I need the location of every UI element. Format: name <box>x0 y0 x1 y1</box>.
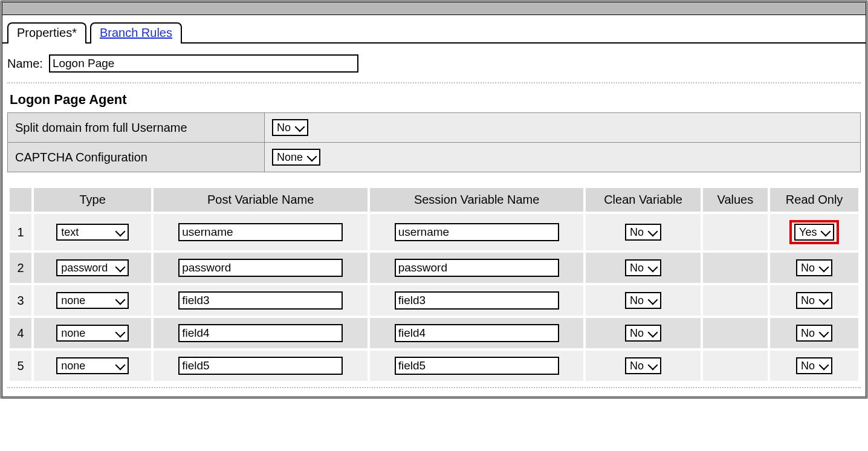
readonly-cell: No <box>770 351 858 381</box>
session-var-input[interactable] <box>395 324 559 342</box>
clean-var-select[interactable]: No <box>625 259 661 276</box>
dialog-titlebar <box>2 2 866 15</box>
table-row: 1textNoYes <box>10 214 858 250</box>
post-var-cell <box>154 214 368 250</box>
type-cell: password <box>34 253 151 283</box>
tab-branch-rules[interactable]: Branch Rules <box>90 22 182 44</box>
row-number: 4 <box>10 318 31 348</box>
col-header-values: Values <box>703 188 768 212</box>
post-var-input[interactable] <box>178 259 343 277</box>
table-row: 2passwordNoNo <box>10 253 858 283</box>
readonly-cell: No <box>770 285 858 316</box>
tab-properties-label: Properties* <box>17 26 77 39</box>
clean-var-select[interactable]: No <box>625 357 661 374</box>
col-header-session: Session Variable Name <box>370 188 584 212</box>
col-header-type: Type <box>34 188 151 212</box>
col-header-blank <box>10 188 31 212</box>
row-number: 2 <box>10 253 31 283</box>
type-select[interactable]: none <box>56 292 129 309</box>
values-cell <box>703 318 768 348</box>
captcha-label: CAPTCHA Configuration <box>8 143 265 172</box>
table-row: 5noneNoNo <box>10 351 858 381</box>
clean-var-cell: No <box>586 214 700 250</box>
row-number: 3 <box>10 285 31 316</box>
tab-row: Properties* Branch Rules <box>2 15 866 44</box>
type-cell: text <box>34 214 151 250</box>
clean-var-cell: No <box>586 351 700 381</box>
clean-var-select[interactable]: No <box>625 325 661 342</box>
values-cell <box>703 214 768 250</box>
clean-var-select[interactable]: No <box>625 292 661 309</box>
type-select[interactable]: none <box>56 325 129 342</box>
type-select[interactable]: text <box>56 224 129 241</box>
post-var-cell <box>154 253 368 283</box>
post-var-cell <box>154 318 368 348</box>
col-header-post: Post Variable Name <box>154 188 368 212</box>
values-cell <box>703 351 768 381</box>
clean-var-select[interactable]: No <box>625 224 661 241</box>
captcha-select[interactable]: None <box>272 149 320 166</box>
separator-bottom <box>7 387 861 388</box>
row-number: 1 <box>10 214 31 250</box>
col-header-clean: Clean Variable <box>586 188 700 212</box>
post-var-input[interactable] <box>178 291 343 310</box>
session-var-cell <box>370 253 584 283</box>
session-var-cell <box>370 351 584 381</box>
readonly-cell: No <box>770 318 858 348</box>
readonly-cell: No <box>770 253 858 283</box>
dialog-frame: Properties* Branch Rules Name: Logon Pag… <box>1 1 867 398</box>
clean-var-cell: No <box>586 318 700 348</box>
post-var-cell <box>154 351 368 381</box>
session-var-input[interactable] <box>395 259 559 277</box>
post-var-cell <box>154 285 368 316</box>
fields-grid: Type Post Variable Name Session Variable… <box>7 186 861 383</box>
name-input[interactable] <box>49 54 358 73</box>
separator <box>7 82 861 83</box>
readonly-cell: Yes <box>770 214 858 250</box>
split-domain-select[interactable]: No <box>272 119 308 136</box>
session-var-input[interactable] <box>395 223 559 241</box>
session-var-cell <box>370 214 584 250</box>
post-var-input[interactable] <box>178 357 343 375</box>
type-select[interactable]: password <box>56 259 129 276</box>
split-domain-cell: No <box>265 113 861 143</box>
readonly-select[interactable]: No <box>796 292 832 309</box>
session-var-cell <box>370 318 584 348</box>
name-row: Name: <box>2 44 866 82</box>
col-header-readonly: Read Only <box>770 188 858 212</box>
captcha-cell: None <box>265 143 861 172</box>
post-var-input[interactable] <box>178 223 343 241</box>
session-var-cell <box>370 285 584 316</box>
type-cell: none <box>34 351 151 381</box>
values-cell <box>703 285 768 316</box>
session-var-input[interactable] <box>395 357 559 375</box>
tab-properties[interactable]: Properties* <box>7 22 86 44</box>
clean-var-cell: No <box>586 253 700 283</box>
type-select[interactable]: none <box>56 357 129 374</box>
clean-var-cell: No <box>586 285 700 316</box>
section-title: Logon Page Agent <box>2 89 866 112</box>
readonly-select[interactable]: No <box>796 259 832 276</box>
table-row: 4noneNoNo <box>10 318 858 348</box>
name-label: Name: <box>7 57 43 71</box>
type-cell: none <box>34 318 151 348</box>
tab-branch-rules-link[interactable]: Branch Rules <box>100 26 172 39</box>
readonly-select[interactable]: No <box>796 325 832 342</box>
row-number: 5 <box>10 351 31 381</box>
table-row: 3noneNoNo <box>10 285 858 316</box>
readonly-select[interactable]: Yes <box>794 224 834 241</box>
readonly-highlight: Yes <box>789 220 839 244</box>
session-var-input[interactable] <box>395 291 559 310</box>
split-domain-label: Split domain from full Username <box>8 113 265 143</box>
post-var-input[interactable] <box>178 324 343 342</box>
readonly-select[interactable]: No <box>796 357 832 374</box>
settings-table: Split domain from full Username No CAPTC… <box>7 112 861 172</box>
type-cell: none <box>34 285 151 316</box>
values-cell <box>703 253 768 283</box>
